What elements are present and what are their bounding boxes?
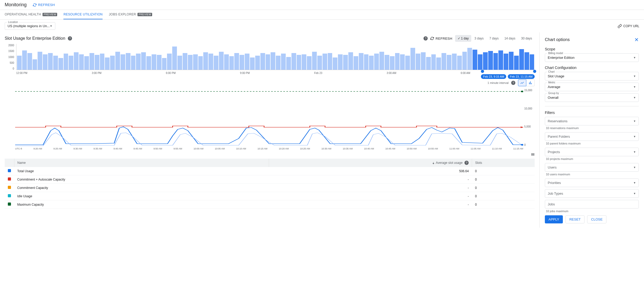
close-button[interactable]: ✕ [634,37,639,43]
columns-icon[interactable] [5,153,535,157]
help-icon[interactable]: ? [424,36,428,41]
interval-label: 1 minute interval [487,81,509,84]
y-axis: 2000 1500 1000 500 0 [5,44,15,70]
range-30days[interactable]: 30 days [518,35,535,42]
bar-view-button[interactable] [526,79,535,86]
overview-bar [105,57,110,70]
overview-bar [177,56,182,70]
users-filter[interactable]: Users ▼ [545,163,639,172]
scope-heading: Scope [545,47,639,51]
brush-selector[interactable] [482,70,535,73]
overview-bar [250,57,255,70]
overview-bar [188,55,193,70]
location-select[interactable]: Location US (multiple regions in Un...▼ [5,22,55,30]
overview-bar [442,53,446,70]
toolbar: Location US (multiple regions in Un...▼ … [0,20,644,32]
overview-bar [323,54,327,70]
overview-bar [152,54,156,70]
bar-chart-icon [528,81,533,85]
svg-rect-2 [531,83,532,84]
overview-bar [229,56,234,70]
reset-button[interactable]: RESET [565,215,585,223]
groupby-select[interactable]: Group by Overall ▼ [545,93,639,102]
jobs-filter[interactable]: Jobs [545,200,639,209]
table-row[interactable]: Idle Usage - 0 [5,192,535,200]
overview-bar [291,53,296,70]
overview-bar [524,52,529,70]
tab-operational-health[interactable]: OPERATIONAL HEALTH PREVIEW [5,10,57,19]
table-row[interactable]: Commitment + Autoscale Capacity - 0 [5,175,535,184]
row-slots: 0 [472,184,535,192]
col-avg[interactable]: Average slot usage ? [269,159,472,167]
row-avg: - [269,184,472,192]
line-view-button[interactable] [518,79,526,86]
brush-handle-left[interactable] [481,70,484,73]
legend-table: Name Average slot usage ? Slots Total Us… [5,159,535,209]
chevron-down-icon: ▼ [633,166,636,169]
chevron-down-icon: ▼ [633,75,636,78]
chevron-down-icon: ▼ [633,96,636,99]
svg-rect-0 [529,83,529,84]
sort-down-icon [432,161,435,165]
overview-bar [405,56,410,70]
col-slots[interactable]: Slots [472,159,535,167]
row-name: Commitment Capacity [14,184,269,192]
close-button-bottom[interactable]: CLOSE [587,215,606,223]
refresh-button[interactable]: REFRESH [33,3,55,7]
row-avg: - [269,200,472,209]
parent-folders-filter[interactable]: Parent Folders ▼ [545,132,639,141]
help-icon[interactable]: ? [464,161,469,165]
range-1day[interactable]: ✓ 1 day [455,35,472,42]
overview-bar [121,54,125,70]
range-7days[interactable]: 7 days [487,35,501,42]
overview-bar [390,56,395,70]
overview-bar [214,56,218,70]
brush-handle-right[interactable] [533,70,536,73]
projects-filter[interactable]: Projects ▼ [545,148,639,156]
tab-resource-utilization[interactable]: RESOURCE UTILIZATION [63,10,103,19]
overview-bar [198,56,203,70]
priorities-filter[interactable]: Priorities ▼ [545,178,639,187]
chart-select[interactable]: Chart Slot Usage ▼ [545,72,639,80]
time-range-selector: ✓ 1 day 3 days 7 days 14 days 30 days [455,35,535,42]
config-heading: Chart Configuration [545,66,639,70]
table-row[interactable]: Commitment Capacity - 0 [5,184,535,192]
overview-bar [136,54,141,70]
table-row[interactable]: Maximum Capacity - 0 [5,200,535,209]
overview-bar [245,54,249,70]
reservations-filter[interactable]: Reservations ▼ [545,117,639,125]
overview-bar [493,53,498,70]
help-icon[interactable]: ? [511,81,515,85]
section-refresh-button[interactable]: REFRESH [430,37,452,41]
help-icon[interactable]: ? [68,36,72,41]
overview-bar [421,52,426,70]
overview-bar [519,49,524,70]
table-row[interactable]: Total Usage 506.64 0 [5,167,535,175]
svg-marker-5 [521,126,523,128]
overview-bar [172,47,177,70]
overview-bar [33,59,37,70]
chevron-down-icon: ▼ [633,135,636,138]
billing-model-select[interactable]: Billing model Enterprise Edition ▼ [545,53,639,62]
overview-bar [208,54,213,70]
copy-url-button[interactable]: COPY URL [618,24,639,28]
tab-jobs-explorer[interactable]: JOBS EXPLORER PREVIEW [109,10,152,19]
overview-bar [498,50,503,70]
range-14days[interactable]: 14 days [502,35,518,42]
range-3days[interactable]: 3 days [472,35,486,42]
overview-bar [369,56,374,70]
chevron-down-icon: ▼ [633,151,636,153]
overview-bar [452,54,457,70]
sidebar-title: Chart options [545,37,570,42]
detail-chart[interactable]: 15,000 10,000 5,000 0 [5,89,535,152]
overview-chart[interactable]: 2000 1500 1000 500 0 12:00 PM 3:00 PM 6:… [5,44,535,78]
page-header: Monitoring REFRESH [0,0,644,10]
col-name[interactable]: Name [14,159,269,167]
job-types-filter[interactable]: Job Types ▼ [545,189,639,198]
overview-bar [457,56,462,70]
metric-select[interactable]: Metric Average ▼ [545,83,639,91]
overview-bar [281,54,286,70]
apply-button[interactable]: APPLY [545,215,563,223]
overview-bar [27,53,32,70]
svg-point-4 [521,91,523,92]
